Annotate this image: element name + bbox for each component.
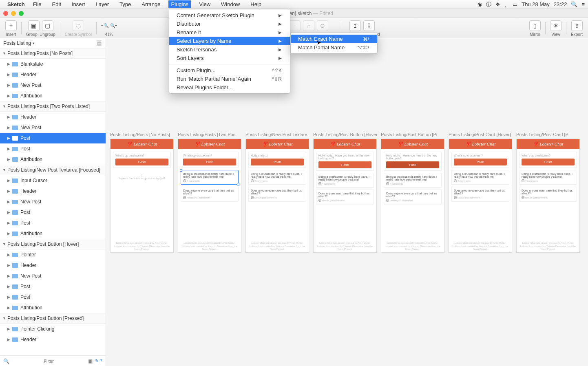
notification-center-icon[interactable]: ≡ — [581, 1, 585, 7]
layer-list[interactable]: ▼Posts Listing/Posts [No Posts]▶Blanksla… — [0, 48, 106, 355]
dropbox-icon[interactable]: ❖ — [495, 1, 500, 7]
layer-row[interactable]: ▶Header — [0, 69, 106, 80]
menu-insert[interactable]: Insert — [69, 0, 88, 8]
select-layers-submenu[interactable]: Match Exact Name⌘/Match Partial Name⌥⌘/ — [290, 33, 378, 54]
menu-item[interactable]: Custom Plugin...^⇧K — [169, 66, 290, 75]
layer-row[interactable]: ▶New Post — [0, 122, 106, 133]
menu-plugins[interactable]: Plugins — [168, 0, 191, 8]
menu-help[interactable]: Help — [248, 0, 264, 8]
menu-layer[interactable]: Layer — [93, 0, 112, 8]
layer-section[interactable]: ▼Posts Listing/Posts [No Posts] — [0, 48, 106, 59]
minimize-window-button[interactable] — [11, 11, 16, 16]
menu-window[interactable]: Window — [219, 0, 242, 8]
layer-row[interactable]: ▶Post — [0, 143, 106, 154]
filter-input[interactable] — [12, 359, 86, 364]
view-label: View — [551, 32, 560, 37]
zoom-window-button[interactable] — [19, 11, 24, 16]
menu-item[interactable]: Sketch Personas▶ — [169, 45, 290, 54]
insert-label: Insert — [6, 32, 16, 37]
app-name[interactable]: Sketch — [7, 1, 25, 7]
forward-button[interactable]: ↥ — [349, 20, 361, 31]
layer-row[interactable]: ▶New Post — [0, 196, 106, 207]
menubar-status: ◉ ⓘ ❖ ⡀ ▭ Thu 28 May 23:22 🔍 ≡ — [477, 1, 585, 8]
page-selector[interactable]: Posts Listing ▾ ▤ — [0, 38, 106, 48]
layer-row[interactable]: ▶New Post — [0, 80, 106, 90]
mirror-button[interactable]: ▯ — [529, 20, 541, 31]
close-window-button[interactable] — [3, 11, 8, 16]
menu-type[interactable]: Type — [117, 0, 133, 8]
status-time: 23:22 — [554, 1, 567, 7]
menu-item[interactable]: Rename It▶ — [169, 28, 290, 37]
sidebar-toggle-icon[interactable]: ▤ — [96, 40, 102, 46]
layer-row[interactable]: ▶Attribution — [0, 154, 106, 165]
export-label: Export — [571, 32, 583, 37]
layer-row[interactable]: ▶Pointer Clicking — [0, 324, 106, 334]
layer-row[interactable]: ▶Pointer — [0, 249, 106, 260]
spotlight-icon[interactable]: 🔍 — [571, 1, 577, 7]
battery-icon[interactable]: ▭ — [513, 1, 517, 7]
submenu-item[interactable]: Match Exact Name⌘/ — [291, 35, 377, 43]
sidebar-footer: 🔍 ▣ ✎ 7 — [0, 355, 106, 366]
record-icon[interactable]: ◉ — [477, 1, 482, 7]
layer-row[interactable]: ▶Post — [0, 292, 106, 302]
window-traffic-lights[interactable] — [3, 11, 24, 16]
menu-item[interactable]: Content Generator Sketch Plugin▶ — [169, 11, 290, 20]
layer-row[interactable]: ▶Post — [0, 218, 106, 228]
layer-row[interactable]: ▶Input Cursor — [0, 175, 106, 186]
ungroup-button[interactable]: ▢ — [42, 20, 53, 31]
submenu-item[interactable]: Match Partial Name⌥⌘/ — [291, 43, 377, 52]
menu-item[interactable]: Select Layers by Name▶ — [169, 37, 290, 45]
layer-row[interactable]: ▶New Post — [0, 271, 106, 281]
wifi-icon[interactable]: ⡀ — [504, 1, 508, 7]
menu-arrange[interactable]: Arrange — [139, 0, 163, 8]
layer-row[interactable]: ▶Attribution — [0, 90, 106, 101]
zoom-out-button[interactable]: −🔍 — [101, 23, 108, 28]
insert-button[interactable]: ＋ — [5, 20, 17, 31]
group-button[interactable]: ▣ — [28, 20, 40, 31]
menu-item[interactable]: Reveal Plugins Folder... — [169, 83, 290, 92]
mac-menubar: Sketch File Edit Insert Layer Type Arran… — [0, 0, 588, 9]
edit-count: ✎ 7 — [95, 358, 102, 364]
difference-button[interactable]: ⊖ — [317, 20, 328, 31]
intersect-button[interactable]: ∩ — [303, 20, 314, 31]
layer-section[interactable]: ▼Posts Listing/New Post Textarea [Focuse… — [0, 165, 106, 175]
chevron-down-icon: ▾ — [33, 41, 35, 45]
view-button[interactable]: 👁 — [550, 20, 561, 31]
document-edited-label: Edited — [319, 11, 333, 16]
menu-edit[interactable]: Edit — [50, 0, 64, 8]
layer-row[interactable]: ▶Blankslate — [0, 59, 106, 69]
create-symbol-label: Create Symbol — [65, 32, 92, 37]
menu-view[interactable]: View — [197, 0, 213, 8]
status-date: Thu 28 May — [522, 1, 550, 7]
layer-row[interactable]: ▶Attribution — [0, 302, 106, 313]
subtract-button[interactable]: − — [289, 20, 301, 31]
zoom-in-button[interactable]: 🔍+ — [110, 23, 117, 28]
menu-item[interactable]: Sort Layers▶ — [169, 54, 290, 62]
layer-row[interactable]: ▶Post — [0, 133, 106, 143]
mirror-label: Mirror — [530, 32, 540, 37]
layer-row[interactable]: ▶Header — [0, 334, 106, 345]
layer-row[interactable]: ▶Attribution — [0, 228, 106, 239]
plugins-dropdown[interactable]: Content Generator Sketch Plugin▶Distribu… — [169, 9, 290, 94]
layer-row[interactable]: ▶Header — [0, 260, 106, 271]
page-selector-label: Posts Listing — [3, 40, 31, 46]
menu-file[interactable]: File — [31, 0, 44, 8]
layer-section[interactable]: ▼Posts Listing/Post Button [Hover] — [0, 239, 106, 249]
layer-row[interactable]: ▶Header — [0, 186, 106, 196]
pages-icon[interactable]: ▣ — [88, 358, 93, 364]
zoom-percent: 41% — [105, 32, 113, 37]
backward-button[interactable]: ↧ — [363, 20, 375, 31]
layers-sidebar: Posts Listing ▾ ▤ ▼Posts Listing/Posts [… — [0, 38, 106, 366]
search-icon: 🔍 — [3, 358, 9, 364]
export-button[interactable]: ⇪ — [571, 20, 583, 31]
layer-row[interactable]: ▶Post — [0, 207, 106, 218]
menu-item[interactable]: Run ‘Match Partial Name’ Again^⇧R — [169, 75, 290, 83]
create-symbol-button[interactable]: ◌ — [73, 20, 84, 31]
layer-row[interactable]: ▶Post — [0, 281, 106, 292]
layer-row[interactable]: ▶Header — [0, 112, 106, 122]
layer-section[interactable]: ▼Posts Listing/Post Button [Pressed] — [0, 313, 106, 324]
info-icon[interactable]: ⓘ — [486, 1, 491, 8]
menu-item[interactable]: Distributor▶ — [169, 20, 290, 28]
layer-section[interactable]: ▼Posts Listing/Posts [Two Posts Listed] — [0, 101, 106, 112]
window-titlebar: Screen].sketch — Edited — [0, 9, 588, 18]
